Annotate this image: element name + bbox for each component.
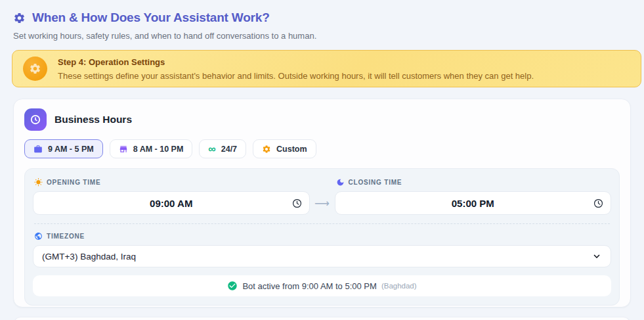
briefcase-icon — [33, 145, 43, 154]
storefront-icon — [119, 145, 128, 154]
operation-settings-page: When & How Does Your Assistant Work? Set… — [0, 0, 644, 320]
status-text: Bot active from 9:00 AM to 5:00 PM — [242, 281, 376, 291]
closing-time-input[interactable] — [335, 191, 612, 215]
moon-icon — [336, 178, 345, 187]
gear-icon — [13, 12, 26, 24]
banner-description: These settings define your assistant's b… — [58, 71, 534, 81]
timezone-field: TIMEZONE (GMT+3) Baghdad, Iraq — [33, 232, 611, 267]
closing-time-field: CLOSING TIME — [335, 177, 612, 215]
preset-label: Custom — [276, 145, 307, 154]
page-title: When & How Does Your Assistant Work? — [32, 11, 270, 25]
page-header: When & How Does Your Assistant Work? Set… — [0, 0, 644, 41]
preset-label: 8 AM - 10 PM — [133, 145, 184, 154]
closing-time-label: CLOSING TIME — [336, 178, 612, 187]
timezone-select[interactable]: (GMT+3) Baghdad, Iraq — [33, 245, 611, 267]
check-circle-icon — [227, 281, 238, 291]
bot-active-status: Bot active from 9:00 AM to 5:00 PM (Bagh… — [33, 275, 611, 296]
opening-time-field: OPENING TIME — [33, 177, 310, 215]
sun-icon — [34, 178, 43, 187]
status-note: (Baghdad) — [381, 282, 417, 290]
infinity-icon: ∞ — [208, 144, 215, 154]
hours-settings-panel: OPENING TIME ⟶ CLOSING TIME — [24, 168, 620, 306]
banner-title: Step 4: Operation Settings — [58, 57, 534, 67]
dashed-divider — [34, 223, 610, 224]
business-hours-card: Business Hours 9 AM - 5 PM 8 AM - 10 PM … — [13, 99, 631, 308]
preset-24-7-button[interactable]: ∞ 24/7 — [199, 139, 246, 158]
opening-time-label: OPENING TIME — [34, 178, 310, 187]
timezone-label: TIMEZONE — [34, 232, 611, 240]
clock-badge-icon — [24, 108, 47, 131]
step-banner: Step 4: Operation Settings These setting… — [12, 50, 641, 87]
next-section-card-edge — [13, 317, 631, 320]
arrow-right-icon: ⟶ — [311, 191, 333, 215]
preset-custom-button[interactable]: Custom — [253, 139, 316, 158]
preset-9am-5pm-button[interactable]: 9 AM - 5 PM — [24, 139, 103, 158]
card-title: Business Hours — [54, 114, 132, 126]
preset-buttons: 9 AM - 5 PM 8 AM - 10 PM ∞ 24/7 Custom — [24, 139, 620, 158]
globe-icon — [34, 232, 43, 240]
chevron-down-icon — [591, 250, 603, 262]
page-subtitle: Set working hours, safety rules, and whe… — [13, 31, 631, 41]
preset-label: 9 AM - 5 PM — [48, 145, 94, 154]
preset-label: 24/7 — [221, 145, 237, 154]
preset-8am-10pm-button[interactable]: 8 AM - 10 PM — [110, 139, 193, 158]
opening-time-input[interactable] — [33, 191, 310, 215]
gear-icon — [262, 145, 271, 154]
banner-gear-icon — [23, 57, 47, 81]
timezone-value: (GMT+3) Baghdad, Iraq — [42, 252, 136, 262]
